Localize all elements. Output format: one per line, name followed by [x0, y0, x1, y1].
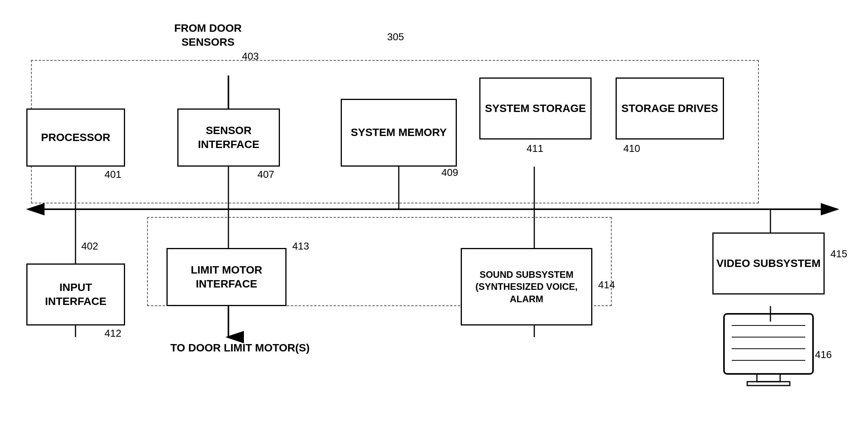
- diagram-container: FROM DOORSENSORS 403 305 PROCESSOR 401 S…: [0, 0, 868, 439]
- ref-411: 411: [527, 143, 543, 155]
- input-interface-box: INPUT INTERFACE: [26, 263, 125, 325]
- svg-rect-20: [757, 374, 780, 382]
- ref-305: 305: [387, 31, 404, 43]
- ref-415: 415: [830, 248, 847, 260]
- svg-rect-21: [747, 382, 790, 386]
- video-subsystem-box: VIDEO SUBSYSTEM: [712, 232, 825, 294]
- ref-407: 407: [257, 169, 274, 181]
- storage-drives-box: STORAGE DRIVES: [616, 77, 724, 139]
- ref-416: 416: [815, 349, 832, 361]
- ref-412: 412: [105, 327, 121, 339]
- to-door-limit-motor-label: TO DOOR LIMIT MOTOR(S): [170, 341, 310, 355]
- limit-motor-interface-box: LIMIT MOTOR INTERFACE: [166, 248, 286, 306]
- ref-402: 402: [81, 240, 98, 252]
- ref-414: 414: [598, 279, 615, 291]
- ref-409: 409: [441, 167, 458, 179]
- monitor-icon: [720, 310, 817, 387]
- from-door-sensors-label: FROM DOORSENSORS: [174, 21, 242, 50]
- ref-413: 413: [292, 240, 309, 252]
- svg-rect-19: [724, 314, 813, 374]
- ref-410: 410: [623, 143, 640, 155]
- system-memory-box: SYSTEM MEMORY: [341, 99, 457, 167]
- sound-subsystem-box: SOUND SUBSYSTEM (SYNTHESIZED VOICE, ALAR…: [461, 248, 592, 325]
- system-storage-box: SYSTEM STORAGE: [479, 77, 592, 139]
- processor-box: PROCESSOR: [26, 108, 125, 167]
- sensor-interface-box: SENSOR INTERFACE: [177, 108, 280, 167]
- ref-401: 401: [105, 169, 121, 181]
- ref-403: 403: [242, 50, 259, 62]
